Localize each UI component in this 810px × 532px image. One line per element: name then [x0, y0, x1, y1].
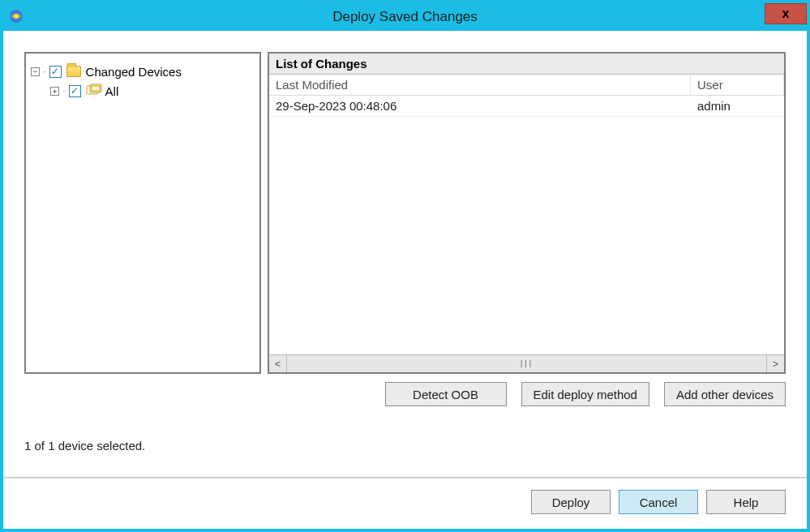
help-button[interactable]: Help — [706, 490, 786, 514]
scroll-right-icon[interactable]: > — [766, 355, 784, 372]
scroll-track[interactable]: III — [287, 355, 766, 372]
mid-button-row: Detect OOB Edit deploy method Add other … — [24, 374, 786, 406]
tree-connector: ·· — [43, 67, 46, 76]
checkbox-all[interactable]: ✓ — [69, 85, 81, 97]
svg-rect-4 — [92, 86, 100, 91]
device-tree-panel: − ·· ✓ Changed Devices + ·· ✓ All — [24, 52, 261, 374]
cell-user: admin — [691, 96, 784, 116]
svg-point-1 — [14, 14, 19, 19]
column-headers: Last Modified User — [269, 75, 784, 96]
expand-icon[interactable]: + — [50, 87, 59, 96]
edit-deploy-method-button[interactable]: Edit deploy method — [521, 382, 649, 406]
app-icon — [8, 8, 24, 24]
tree-root-label: Changed Devices — [86, 65, 182, 79]
list-header: List of Changes — [269, 54, 784, 75]
deploy-button[interactable]: Deploy — [531, 490, 611, 514]
window-title: Deploy Saved Changes — [332, 9, 478, 25]
selection-status: 1 of 1 device selected. — [24, 439, 786, 453]
horizontal-scrollbar[interactable]: < III > — [269, 354, 784, 372]
column-last-modified[interactable]: Last Modified — [269, 75, 691, 95]
cancel-button[interactable]: Cancel — [619, 490, 698, 514]
collapse-icon[interactable]: − — [31, 67, 40, 76]
scroll-left-icon[interactable]: < — [269, 355, 287, 372]
folder-icon — [66, 66, 81, 77]
checkbox-changed-devices[interactable]: ✓ — [49, 66, 62, 78]
changes-list-panel: List of Changes Last Modified User 29-Se… — [268, 52, 786, 374]
cell-last-modified: 29-Sep-2023 00:48:06 — [269, 96, 691, 116]
add-other-devices-button[interactable]: Add other devices — [664, 382, 786, 406]
tree-child: + ·· ✓ All — [31, 81, 255, 101]
titlebar: Deploy Saved Changes x — [3, 3, 807, 31]
content-area: − ·· ✓ Changed Devices + ·· ✓ All — [3, 31, 807, 469]
panels: − ·· ✓ Changed Devices + ·· ✓ All — [24, 52, 786, 374]
tree-child-label: All — [105, 84, 119, 98]
tree-root: − ·· ✓ Changed Devices — [31, 62, 255, 81]
table-body: 29-Sep-2023 00:48:06 admin — [269, 96, 784, 354]
detect-oob-button[interactable]: Detect OOB — [385, 382, 507, 406]
table-row[interactable]: 29-Sep-2023 00:48:06 admin — [269, 96, 784, 117]
footer-button-row: Deploy Cancel Help — [3, 477, 807, 514]
tree-connector: ·· — [62, 87, 66, 96]
close-button[interactable]: x — [765, 3, 807, 24]
device-group-icon — [86, 85, 101, 97]
column-user[interactable]: User — [691, 75, 784, 95]
